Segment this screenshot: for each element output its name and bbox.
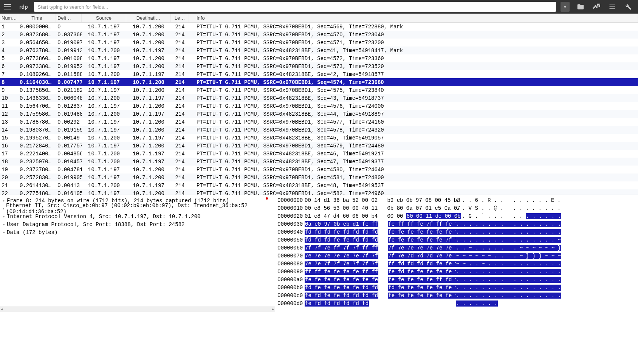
hex-row[interactable]: 000000a0fe fe fe fe fe fe fe fe fe fe fe… (277, 276, 636, 284)
packet-row[interactable]: 200.2572830…0.01990510.7.1.19710.7.1.200… (0, 173, 638, 181)
marker-icon (266, 197, 268, 200)
hex-row[interactable]: 000000300a e0 97 0b eb d1 fe ff fe ff ff… (277, 220, 636, 228)
app-title: rdp (16, 4, 31, 10)
packet-row[interactable]: 120.1759580…0.01948810.7.1.20010.7.1.197… (0, 110, 638, 118)
chevron-right-icon[interactable]: ▸ (2, 206, 6, 211)
tree-item[interactable]: ▸Data (172 bytes) (0, 228, 275, 236)
packet-row[interactable]: 130.1788780…0.0029210.7.1.19710.7.1.2002… (0, 118, 638, 126)
packet-row[interactable]: 60.0973380…0.01995210.7.1.19710.7.1.2002… (0, 62, 638, 70)
col-header-len[interactable]: Le… (171, 14, 189, 22)
packet-row[interactable]: 50.0773860…0.00100810.7.1.19710.7.1.2002… (0, 54, 638, 62)
col-header-num[interactable]: Num… (0, 14, 18, 22)
hex-row[interactable]: 0000001000 c8 56 53 00 00 40 11 0b 80 0a… (277, 204, 636, 212)
col-header-info[interactable]: Info (189, 14, 638, 22)
protocol-tree[interactable]: ▸Frame 8: 214 bytes on wire (1712 bits),… (0, 195, 275, 312)
chevron-right-icon[interactable]: ▸ (2, 230, 7, 235)
hex-row[interactable]: 000000d0fe fd fd fd fd fd fd . . . . . .… (277, 300, 636, 308)
hex-row[interactable]: 000000607f 7f 7e ff 7f 7f ff ff 7f 7e 7e… (277, 244, 636, 252)
packet-row[interactable]: 180.2325970…0.01045710.7.1.20010.7.1.197… (0, 158, 638, 166)
packet-row[interactable]: 20.0373680…0.03736810.7.1.19710.7.1.2002… (0, 31, 638, 39)
packet-row[interactable]: 140.1980370…0.01915910.7.1.19710.7.1.200… (0, 126, 638, 134)
packet-row[interactable]: 110.1564700…0.01283710.7.1.19710.7.1.200… (0, 102, 638, 110)
packet-row[interactable]: 80.1164030…0.00747710.7.1.19710.7.1.2002… (0, 78, 638, 86)
packet-row[interactable]: 70.1089260…0.01158810.7.1.20010.7.1.1972… (0, 70, 638, 78)
packet-row[interactable]: 100.1436330…0.00604810.7.1.20010.7.1.197… (0, 94, 638, 102)
main-toolbar: rdp ▼ (0, 0, 638, 14)
col-header-delta[interactable]: Delt… (56, 14, 82, 22)
hex-row[interactable]: 000000707e 7e 7e 7e 7e 7e 7f 7f 7f 7e 7d… (277, 252, 636, 260)
packet-row[interactable]: 90.1375850…0.02118210.7.1.19710.7.1.2002… (0, 86, 638, 94)
packet-row[interactable]: 10.0000000…010.7.1.19710.7.1.200214PT=IT… (0, 23, 638, 31)
menu-icon[interactable] (2, 1, 13, 12)
chevron-right-icon[interactable]: ▸ (2, 222, 7, 227)
packet-row[interactable]: 210.2614130…0.0041310.7.1.20010.7.1.1972… (0, 181, 638, 189)
packet-header: Num… Time Delt… Source Destinati… Le… In… (0, 14, 638, 23)
search-input[interactable] (34, 2, 556, 12)
detail-pane: ▸Frame 8: 214 bytes on wire (1712 bits),… (0, 195, 638, 312)
tree-item[interactable]: ▸User Datagram Protocol, Src Port: 18388… (0, 220, 275, 228)
col-header-time[interactable]: Time (18, 14, 56, 22)
packet-row[interactable]: 220.2775180…0.01610510.7.1.19710.7.1.200… (0, 189, 638, 195)
packet-row[interactable]: 160.2172840…0.01775710.7.1.19710.7.1.200… (0, 142, 638, 150)
chevron-right-icon[interactable]: ▸ (2, 214, 7, 219)
packet-list[interactable]: Num… Time Delt… Source Destinati… Le… In… (0, 14, 638, 195)
packet-row[interactable]: 190.2373780…0.00478110.7.1.19710.7.1.200… (0, 166, 638, 173)
hex-row[interactable]: 0000000000 14 d1 36 ba 52 00 02 b9 eb 0b… (277, 197, 636, 204)
hex-row[interactable]: 00000040fd fd fd fe fd fd fd fd fe fe fe… (277, 228, 636, 236)
hex-row[interactable]: 000000807e 7e 7f 7f 7e 7f 7f 7f ff fd fd… (277, 260, 636, 268)
hex-row[interactable]: 00000050fd fd fd fe fe fd fd fd fe fe fe… (277, 236, 636, 244)
scroll-right-icon[interactable]: ▶ (272, 307, 274, 311)
col-header-dest[interactable]: Destinati… (126, 14, 171, 22)
packet-row[interactable]: 30.0564650…0.01909710.7.1.19710.7.1.2002… (0, 39, 638, 46)
hex-dump[interactable]: 0000000000 14 d1 36 ba 52 00 02 b9 eb 0b… (275, 195, 638, 312)
packet-row[interactable]: 170.2221400…0.00485610.7.1.20010.7.1.197… (0, 150, 638, 158)
packet-row[interactable]: 40.0763780…0.01991310.7.1.20010.7.1.1972… (0, 46, 638, 54)
search-dropdown-icon[interactable]: ▼ (561, 2, 570, 12)
hex-row[interactable]: 000000c0fe fd fe fe fd fd fd fd fe fe fe… (277, 292, 636, 300)
chart-icon[interactable] (588, 0, 604, 14)
packet-row[interactable]: 150.1995270…0.0014910.7.1.20010.7.1.1972… (0, 134, 638, 142)
hex-row[interactable]: 000000b0fd fe fe fe fe fe fd fd fd fe fe… (277, 284, 636, 292)
list-icon[interactable] (604, 0, 620, 14)
folder-icon[interactable] (573, 0, 588, 14)
tree-item[interactable]: ▸Ethernet II, Src: Cisco_eb:0b:97 (00:02… (0, 204, 275, 212)
hex-row[interactable]: 00000090ff ff fe fe fe fe ff ff fe fd fe… (277, 268, 636, 276)
scroll-left-icon[interactable]: ◀ (1, 307, 3, 311)
col-header-source[interactable]: Source (82, 14, 126, 22)
hex-row[interactable]: 0000002001 c8 47 d4 60 06 00 b4 00 00 80… (277, 212, 636, 220)
wrench-icon[interactable] (620, 0, 636, 14)
